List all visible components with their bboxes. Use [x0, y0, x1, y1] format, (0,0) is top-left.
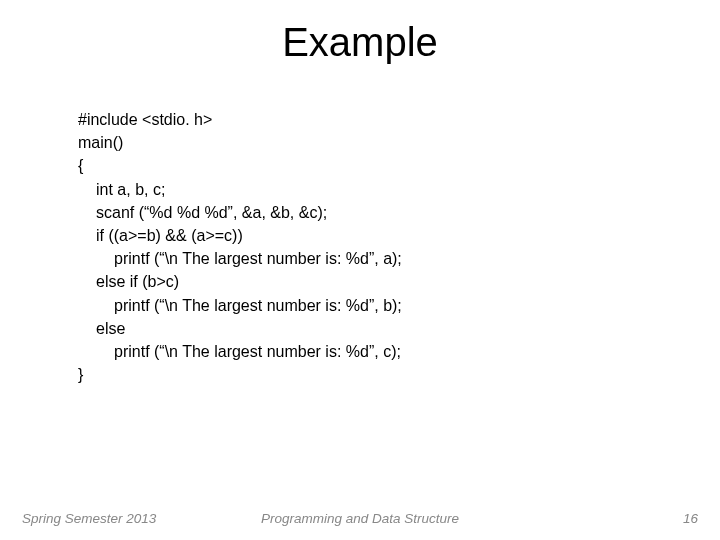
code-line: else if (b>c): [78, 270, 638, 293]
code-line: int a, b, c;: [78, 178, 638, 201]
code-line: main(): [78, 131, 638, 154]
code-line: {: [78, 154, 638, 177]
code-line: scanf (“%d %d %d”, &a, &b, &c);: [78, 201, 638, 224]
code-block: #include <stdio. h> main() { int a, b, c…: [78, 108, 638, 386]
footer-center: Programming and Data Structure: [0, 511, 720, 526]
footer-page-number: 16: [683, 511, 698, 526]
code-line: printf (“\n The largest number is: %d”, …: [78, 340, 638, 363]
code-line: }: [78, 363, 638, 386]
code-line: if ((a>=b) && (a>=c)): [78, 224, 638, 247]
slide: Example #include <stdio. h> main() { int…: [0, 0, 720, 540]
slide-title: Example: [0, 20, 720, 65]
code-line: #include <stdio. h>: [78, 108, 638, 131]
code-line: printf (“\n The largest number is: %d”, …: [78, 247, 638, 270]
code-line: printf (“\n The largest number is: %d”, …: [78, 294, 638, 317]
code-line: else: [78, 317, 638, 340]
